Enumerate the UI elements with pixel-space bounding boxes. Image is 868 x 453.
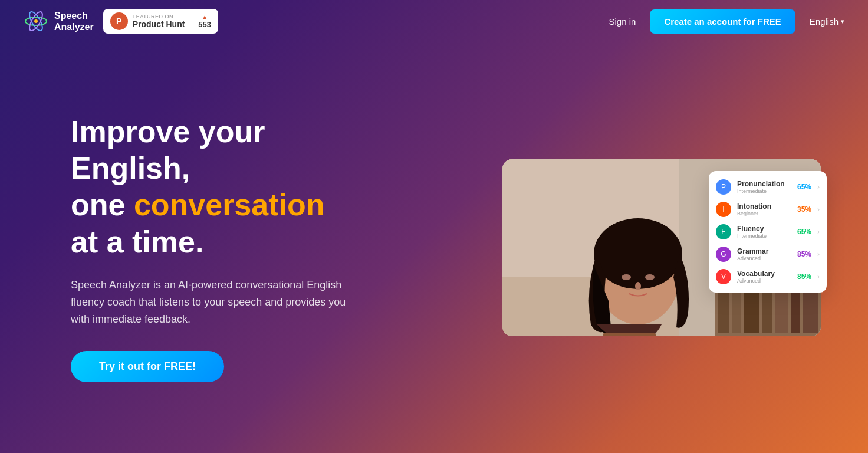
stat-score: 65% — [797, 183, 811, 191]
ph-up-arrow-icon: ▲ — [202, 14, 208, 20]
ph-votes: ▲ 553 — [192, 14, 211, 29]
stat-info: Pronunciation Intermediate — [737, 180, 791, 194]
ph-circle-icon: P — [110, 12, 128, 30]
stat-score: 65% — [797, 228, 811, 236]
stat-info: Vocabulary Advanced — [737, 270, 791, 284]
stat-level: Intermediate — [737, 233, 791, 239]
svg-point-4 — [34, 19, 38, 23]
stat-arrow-icon: › — [817, 250, 820, 258]
stat-arrow-icon: › — [817, 183, 820, 191]
hero-headline: Improve your English, one conversation a… — [71, 113, 377, 261]
logo-icon — [24, 9, 48, 34]
chevron-down-icon: ▾ — [841, 18, 844, 25]
stat-icon: P — [716, 179, 731, 195]
stat-score: 85% — [797, 250, 811, 258]
hero-left: Improve your English, one conversation a… — [71, 113, 377, 383]
logo-line2: Analyzer — [54, 21, 94, 32]
headline-line1: Improve your English, — [71, 114, 265, 185]
stat-row[interactable]: I Intonation Beginner 35% › — [709, 198, 827, 221]
header: Speech Analyzer P FEATURED ON Product Hu… — [0, 0, 868, 42]
stat-arrow-icon: › — [817, 273, 820, 281]
stat-level: Advanced — [737, 278, 791, 284]
stat-name: Grammar — [737, 247, 791, 255]
stat-info: Fluency Intermediate — [737, 225, 791, 239]
language-selector[interactable]: English ▾ — [810, 17, 844, 27]
stat-info: Intonation Beginner — [737, 202, 791, 216]
sign-in-button[interactable]: Sign in — [609, 17, 636, 27]
stat-info: Grammar Advanced — [737, 247, 791, 261]
stat-icon: V — [716, 269, 731, 284]
hero-content: Improve your English, one conversation a… — [0, 42, 868, 453]
stat-arrow-icon: › — [817, 205, 820, 214]
create-account-button[interactable]: Create an account for FREE — [650, 9, 795, 34]
stat-name: Intonation — [737, 202, 791, 211]
stat-name: Fluency — [737, 225, 791, 233]
stat-icon: G — [716, 247, 731, 262]
stat-level: Beginner — [737, 211, 791, 216]
language-label: English — [810, 17, 839, 27]
stat-name: Vocabulary — [737, 270, 791, 278]
headline-line3: at a time. — [71, 225, 203, 259]
ph-featured-label: FEATURED ON — [133, 14, 185, 19]
hero-section: Improve your English, one conversation a… — [0, 0, 868, 453]
stats-overlay: P Pronunciation Intermediate 65% › I Int… — [709, 171, 827, 293]
stat-row[interactable]: F Fluency Intermediate 65% › — [709, 221, 827, 243]
svg-point-21 — [645, 274, 655, 280]
logo-text: Speech Analyzer — [54, 10, 94, 32]
hero-description: Speech Analyzer is an AI-powered convers… — [71, 277, 354, 327]
stat-icon: I — [716, 202, 731, 217]
header-left: Speech Analyzer P FEATURED ON Product Hu… — [24, 9, 218, 34]
logo-line1: Speech — [54, 10, 94, 21]
stat-arrow-icon: › — [817, 228, 820, 236]
stat-score: 85% — [797, 273, 811, 281]
ph-name: Product Hunt — [133, 19, 185, 29]
stat-level: Intermediate — [737, 188, 791, 194]
stat-name: Pronunciation — [737, 180, 791, 188]
svg-point-19 — [594, 218, 682, 289]
svg-point-20 — [622, 274, 631, 280]
stat-row[interactable]: P Pronunciation Intermediate 65% › — [709, 176, 827, 198]
try-free-button[interactable]: Try it out for FREE! — [71, 351, 224, 382]
svg-point-22 — [635, 282, 641, 290]
svg-rect-24 — [603, 333, 656, 336]
stat-row[interactable]: V Vocabulary Advanced 85% › — [709, 265, 827, 288]
stat-row[interactable]: G Grammar Advanced 85% › — [709, 243, 827, 265]
header-right: Sign in Create an account for FREE Engli… — [609, 9, 844, 34]
hero-right: P Pronunciation Intermediate 65% › I Int… — [502, 159, 821, 336]
headline-line2-plain: one — [71, 188, 134, 222]
logo-link[interactable]: Speech Analyzer — [24, 9, 94, 34]
stat-icon: F — [716, 224, 731, 239]
headline-highlight: conversation — [134, 188, 325, 222]
stat-score: 35% — [797, 205, 811, 214]
stat-level: Advanced — [737, 255, 791, 261]
ph-text: FEATURED ON Product Hunt — [133, 14, 185, 29]
ph-vote-count: 553 — [198, 20, 211, 29]
product-hunt-badge[interactable]: P FEATURED ON Product Hunt ▲ 553 — [103, 9, 218, 34]
